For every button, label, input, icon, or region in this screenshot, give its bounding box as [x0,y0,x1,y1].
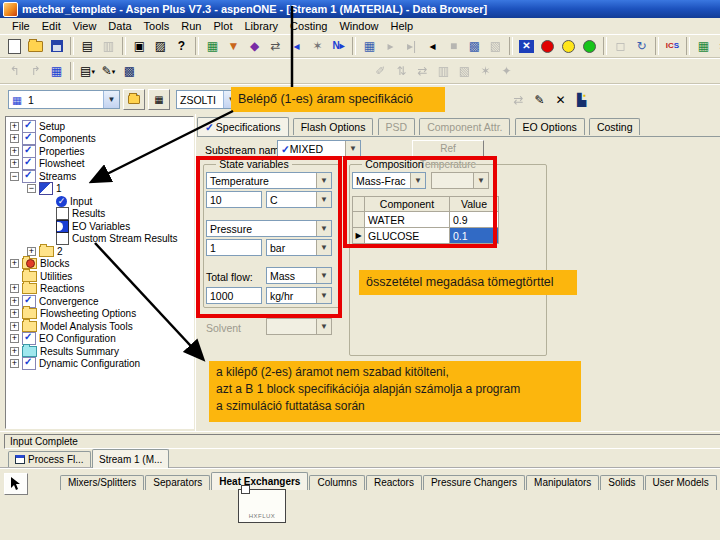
value-cell-selected[interactable]: 0.1 [450,228,499,244]
tab-psd[interactable]: PSD [378,118,416,135]
flow-value-input[interactable] [206,287,262,304]
tab-costing[interactable]: Costing [589,118,641,135]
value-cell[interactable]: 0.9 [450,212,499,228]
temperature-value-input[interactable] [206,191,262,208]
annotate-icon[interactable]: ◻ [610,36,631,57]
menu-run[interactable]: Run [175,20,207,32]
tree-item-properties[interactable]: +Properties [6,145,193,158]
flow-unit-combo[interactable]: kg/hr▼ [266,287,332,304]
back-icon[interactable]: ◂ [422,36,443,57]
next-form-icon[interactable]: ▙▪ [571,89,592,110]
tree-item-flowsheeting-options[interactable]: +Flowsheeting Options [6,308,193,321]
status-red-icon[interactable] [537,36,558,57]
substream-combo[interactable]: ✓MIXED ▼ [277,140,361,157]
assay-icon[interactable]: ◆ [244,36,265,57]
chevron-down-icon[interactable]: ▼ [103,91,119,108]
tree-item-results-summary[interactable]: +Results Summary [6,345,193,358]
flowsheet-section-icon[interactable]: ▩ [119,61,140,82]
palette-tab-separators[interactable]: Separators [145,475,210,490]
tree-item-flowsheet[interactable]: +Flowsheet [6,158,193,171]
menu-tools[interactable]: Tools [138,20,176,32]
menu-window[interactable]: Window [333,20,384,32]
chevron-down-icon[interactable]: ▼ [316,173,331,188]
chevron-down-icon[interactable]: ▼ [316,240,331,255]
save-icon[interactable] [46,36,67,57]
chevron-down-icon[interactable]: ▼ [316,268,331,283]
tree-item-stream-2[interactable]: +2 [6,245,193,258]
new-icon[interactable] [4,36,25,57]
next-input-icon[interactable]: N▸ [328,36,349,57]
palette-tab-user-models[interactable]: User Models [645,475,717,490]
tab-component-attr[interactable]: Component Attr. [419,118,510,135]
composition-sub-combo[interactable]: ▼ [431,172,489,189]
zoom-out-icon[interactable]: ✦ [496,61,517,82]
swap-icon[interactable]: ⇄ [265,36,286,57]
composition-basis-combo[interactable]: Mass-Frac▼ [352,172,426,189]
copy-icon[interactable]: ▣ [129,36,150,57]
whats-this-help-icon[interactable]: ? [171,36,192,57]
run-icon[interactable]: ▸ [380,36,401,57]
lock-icon[interactable]: ▧ [454,61,475,82]
back-form-icon[interactable]: ↰ [4,61,25,82]
component-cell[interactable]: WATER [365,212,450,228]
align-icon[interactable]: ▥ [433,61,454,82]
menu-costing[interactable]: Costing [284,20,333,32]
tree-item-dynamic-configuration[interactable]: +Dynamic Configuration [6,358,193,371]
menu-data[interactable]: Data [102,20,137,32]
tree-item-convergence[interactable]: +Convergence [6,295,193,308]
parent-folder-button[interactable]: ▲ [123,89,145,110]
sync-icon[interactable]: ⇄ [508,89,529,110]
tree-item-setup[interactable]: +Setup [6,120,193,133]
tab-flash-options[interactable]: Flash Options [293,118,374,135]
palette-tab-columns[interactable]: Columns [309,475,364,490]
delete-icon[interactable]: ✕ [550,89,571,110]
tree-item-blocks[interactable]: +Blocks [6,258,193,271]
menu-help[interactable]: Help [385,20,420,32]
print-icon[interactable]: ▤ [77,36,98,57]
ref-temperature-button[interactable]: Ref Temperature [412,140,484,157]
icarus-icon[interactable]: ICS [662,36,683,57]
menu-edit[interactable]: Edit [36,20,67,32]
flow-basis-combo[interactable]: Mass▼ [266,267,332,284]
palette-tab-heat-exchangers[interactable]: Heat Exchangers [211,472,308,490]
tree-item-components[interactable]: +Components [6,133,193,146]
paste-icon[interactable]: ▨ [150,36,171,57]
tree-item-eo-variables[interactable]: EO Variables [6,220,193,233]
table-row[interactable]: WATER 0.9 [353,212,499,228]
tree-item-stream-1[interactable]: −1 [6,183,193,196]
draw-pencil-icon[interactable]: ✐ [370,61,391,82]
chevron-down-icon[interactable]: ▼ [410,173,425,188]
palette-tab-mixers[interactable]: Mixers/Splitters [60,475,144,490]
chevron-down-icon[interactable]: ▼ [316,288,331,303]
component-cell[interactable]: GLUCOSE [365,228,450,244]
pressure-combo[interactable]: Pressure▼ [206,220,332,237]
forward-form-icon[interactable]: ↱ [25,61,46,82]
print-preview-icon[interactable]: ▥ [98,36,119,57]
chevron-down-icon[interactable]: ▼ [345,141,360,156]
export-table-icon[interactable]: ▦ [693,36,714,57]
menu-view[interactable]: View [67,20,103,32]
status-green-icon[interactable] [579,36,600,57]
stop-icon[interactable]: ■ [443,36,464,57]
tree-item-streams[interactable]: −Streams [6,170,193,183]
previous-icon[interactable]: ◂ [286,36,307,57]
form-browser-button[interactable]: ▦ [148,89,170,110]
transfer-icon[interactable]: ⇆ [714,36,720,57]
variable-view-icon[interactable]: ▤▾ [77,61,98,82]
plot-wizard-icon[interactable]: ▦ [202,36,223,57]
menu-plot[interactable]: Plot [207,20,238,32]
pressure-unit-combo[interactable]: bar▼ [266,239,332,256]
chevron-down-icon[interactable]: ▼ [316,221,331,236]
tree-item-custom-stream-results[interactable]: Custom Stream Results [6,233,193,246]
tree-item-model-analysis-tools[interactable]: +Model Analysis Tools [6,320,193,333]
edit-icon[interactable]: ✎ [529,89,550,110]
tree-item-eo-configuration[interactable]: +EO Configuration [6,333,193,346]
title-bar[interactable]: metchar_template - Aspen Plus V7.3 - asp… [0,0,720,18]
step-icon[interactable]: ▸| [401,36,422,57]
tools-icon[interactable]: ✶ [307,36,328,57]
data-fit-icon[interactable]: ▼ [223,36,244,57]
palette-tab-manipulators[interactable]: Manipulators [526,475,599,490]
solvent-combo[interactable]: ▼ [266,318,332,335]
chevron-down-icon[interactable]: ▼ [316,192,331,207]
menu-library[interactable]: Library [238,20,284,32]
